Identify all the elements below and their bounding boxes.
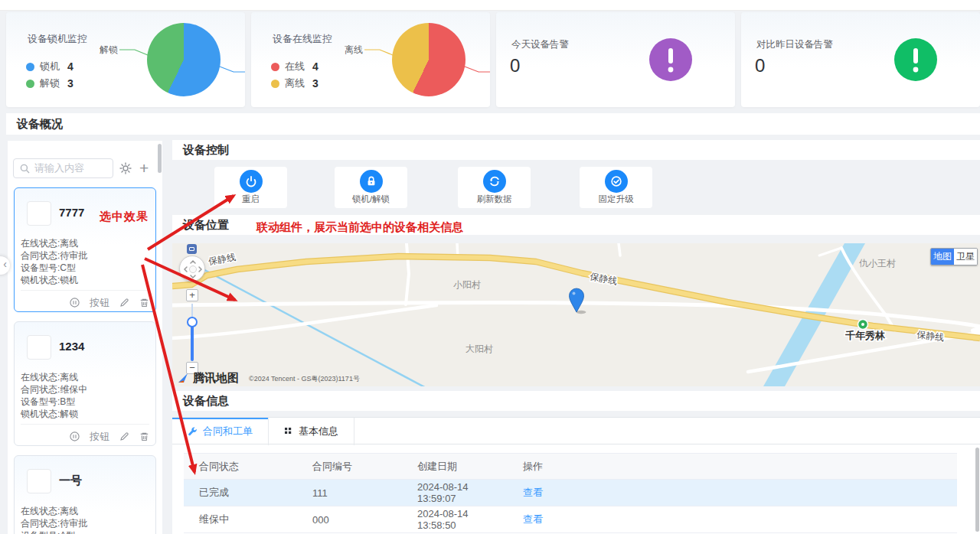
device-field: 锁机状态:解锁 (21, 408, 78, 421)
sidebar-scrollbar[interactable] (158, 144, 162, 173)
device-name: 1234 (59, 340, 84, 353)
svg-text:离线: 离线 (345, 44, 363, 55)
table-row[interactable]: 已完成 111 2024-08-14 13:59:07 查看 (184, 480, 957, 506)
device-field: 合同状态:维保中 (21, 383, 87, 396)
column-header: 合同编号 (297, 460, 402, 474)
control-section-bar: 设备控制 (172, 140, 980, 160)
card-button[interactable]: 按钮 (90, 296, 109, 310)
device-field: 锁机状态:锁机 (21, 274, 78, 287)
map-layer-toggle: 地图 卫星 (930, 248, 978, 265)
lock-unlock-button[interactable]: 锁机/解锁 (335, 167, 407, 208)
pause-circle-icon[interactable] (70, 298, 80, 308)
annotation-linked-note: 联动组件，展示当前选中的设备相关信息 (256, 220, 463, 235)
pie-legend: 锁机 4 解锁 3 (26, 58, 74, 92)
legend-dot (26, 80, 34, 88)
device-field: 合同状态:待审批 (21, 517, 87, 530)
zoom-slider-fill (191, 326, 194, 361)
device-card-7777[interactable]: 7777 在线状态:离线 合同状态:待审批 设备型号:C型 锁机状态:锁机 按钮 (14, 187, 156, 312)
device-thumbnail (27, 201, 51, 226)
map-pan-control[interactable] (179, 256, 205, 282)
device-field: 在线状态:离线 (21, 371, 78, 384)
zoom-in-button[interactable]: + (186, 289, 198, 301)
device-thumbnail (27, 469, 51, 493)
refresh-data-button[interactable]: 刷新数据 (458, 167, 531, 208)
section-title: 设备概况 (17, 117, 63, 132)
column-header: 操作 (508, 460, 957, 474)
card-title: 今天设备告警 (511, 38, 569, 51)
online-monitor-card: 设备在线监控 在线 4 离线 3 离线 在线 (251, 12, 490, 107)
village-label: 小阳村 (453, 279, 481, 290)
add-device-button[interactable]: + (139, 158, 149, 179)
poi-marker (858, 320, 868, 330)
map-canvas: 小阳村 大阳村 仇小王村 保静线 保静线 保静线 千年秀林 (172, 243, 980, 386)
search-placeholder: 请输入内容 (34, 161, 84, 175)
device-field: 设备型号:A型 (21, 529, 75, 534)
svg-text:解锁: 解锁 (100, 44, 118, 55)
legend-item: 锁机 4 (26, 58, 74, 75)
card-title: 对比昨日设备告警 (756, 38, 833, 51)
tab-contract-workorder[interactable]: 合同和工单 (172, 418, 269, 445)
check-circle-icon (605, 170, 628, 193)
grid-icon (284, 427, 293, 436)
delete-icon[interactable] (139, 431, 149, 441)
column-header: 创建日期 (402, 460, 508, 474)
overview-section-bar: 设备概况 (6, 113, 980, 135)
restart-button[interactable]: 重启 (214, 167, 287, 208)
poi-label: 千年秀林 (845, 330, 886, 341)
device-field: 设备型号:C型 (21, 262, 76, 275)
table-row[interactable]: 维保中 000 2024-08-14 13:58:50 查看 (184, 506, 957, 533)
pan-keyboard-icon[interactable] (187, 244, 197, 254)
search-icon (20, 164, 30, 174)
map-copyright: ©2024 Tencent - GS粤(2023)1171号 (249, 374, 360, 384)
annotation-selected-effect: 选中效果 (100, 210, 149, 224)
tab-basic-info[interactable]: 基本信息 (269, 418, 354, 445)
page-scrollbar[interactable] (975, 448, 979, 532)
card-title: 设备在线监控 (273, 32, 332, 46)
section-title: 设备信息 (183, 394, 229, 409)
map-view-button[interactable]: 地图 (931, 249, 954, 265)
today-alert-card: 今天设备告警 0 (496, 12, 735, 107)
satellite-view-button[interactable]: 卫星 (954, 249, 977, 265)
edit-icon[interactable] (119, 431, 129, 441)
table-header-row: 合同状态 合同编号 创建日期 操作 (184, 453, 957, 480)
device-name: 7777 (59, 206, 84, 219)
online-pie-chart (392, 23, 466, 96)
card-button[interactable]: 按钮 (90, 430, 109, 444)
top-strip (0, 0, 980, 11)
fixed-upgrade-button[interactable]: 固定升级 (580, 167, 652, 208)
info-section-bar: 设备信息 (172, 391, 980, 411)
legend-dot (271, 80, 279, 88)
exclamation-icon (894, 38, 937, 81)
zoom-slider-handle[interactable] (187, 317, 198, 327)
legend-dot (26, 63, 34, 71)
device-info-panel: 合同和工单 基本信息 合同状态 合同编号 创建日期 操作 已完成 111 202… (172, 417, 980, 534)
power-icon (240, 170, 263, 193)
legend-item: 解锁 3 (26, 75, 74, 92)
alert-count: 0 (510, 55, 520, 77)
search-input[interactable]: 请输入内容 (13, 158, 113, 178)
device-card-yihao[interactable]: 一号 在线状态:离线 合同状态:待审批 设备型号:A型 (14, 455, 156, 534)
lock-monitor-card: 设备锁机监控 锁机 4 解锁 3 解锁 锁机 (6, 12, 245, 107)
compass-icon (177, 372, 189, 384)
delete-icon[interactable] (139, 298, 149, 308)
device-name: 一号 (59, 474, 82, 488)
view-link[interactable]: 查看 (523, 487, 543, 498)
pause-circle-icon[interactable] (70, 431, 80, 441)
view-link[interactable]: 查看 (523, 513, 543, 525)
village-label: 仇小王村 (859, 258, 896, 269)
edit-icon[interactable] (119, 298, 129, 308)
village-label: 大阳村 (466, 344, 493, 354)
map-brand: 腾讯地图 (193, 372, 239, 384)
legend-dot (271, 63, 279, 71)
device-field: 设备型号:B型 (21, 396, 75, 409)
yesterday-alert-card: 对比昨日设备告警 0 (741, 12, 980, 107)
device-thumbnail (27, 335, 51, 360)
lock-pie-chart (147, 23, 220, 96)
device-location-map[interactable]: 小阳村 大阳村 仇小王村 保静线 保静线 保静线 千年秀林 + − 地图 (172, 243, 980, 386)
stats-row: 设备锁机监控 锁机 4 解锁 3 解锁 锁机 设备在线监控 在 (6, 12, 980, 107)
map-attribution: 腾讯地图 ©2024 Tencent - GS粤(2023)1171号 (177, 372, 360, 384)
alert-count: 0 (755, 55, 765, 77)
gear-icon[interactable] (119, 162, 132, 174)
section-title: 设备控制 (183, 143, 229, 158)
device-card-1234[interactable]: 1234 在线状态:离线 合同状态:维保中 设备型号:B型 锁机状态:解锁 按钮 (14, 321, 156, 446)
